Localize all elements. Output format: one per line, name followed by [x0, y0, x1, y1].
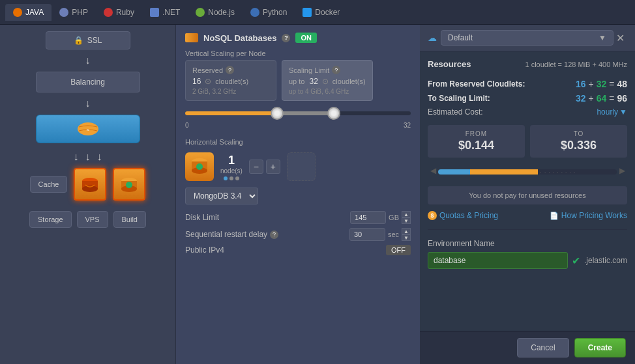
vertical-scaling-section: Vertical Scaling per Node Reserved ? 16 … — [185, 49, 411, 132]
env-name-section: Environment Name ✔ .jelastic.com — [428, 239, 627, 269]
vertical-scaling-label: Vertical Scaling per Node — [185, 49, 411, 57]
to-scaling-label: To Scaling Limit: — [428, 94, 490, 103]
build-label: Build — [122, 216, 138, 223]
php-icon — [59, 8, 68, 17]
storage-button[interactable]: Storage — [29, 211, 72, 228]
tab-java-label: JAVA — [25, 8, 44, 17]
tab-php[interactable]: PHP — [52, 4, 96, 21]
disk-limit-input[interactable] — [350, 211, 386, 224]
quotas-pricing-link[interactable]: $ Quotas & Pricing — [428, 211, 498, 220]
node-icon — [185, 152, 214, 181]
db-icon-2-inner — [117, 173, 141, 196]
public-ipv4-toggle[interactable]: OFF — [386, 245, 411, 255]
tab-docker[interactable]: Docker — [295, 4, 347, 21]
java-icon — [13, 8, 22, 17]
bottom-icons-row: ↓ ↓ ↓ — [74, 151, 102, 163]
public-ipv4-value: OFF — [386, 245, 411, 255]
right-panel-header: ☁ Default ▼ ✕ — [420, 25, 635, 51]
env-name-input[interactable] — [428, 252, 568, 269]
db-icon-2[interactable] — [113, 168, 145, 201]
disk-limit-label: Disk Limit — [185, 213, 345, 222]
vps-button[interactable]: VPS — [77, 211, 108, 228]
check-icon: ✔ — [572, 255, 580, 267]
slider-handle-limit[interactable] — [327, 107, 340, 120]
how-pricing-link[interactable]: 📄 How Pricing Works — [550, 211, 627, 220]
db-icon-1[interactable] — [74, 168, 106, 201]
disk-limit-up[interactable]: ▲ — [402, 211, 411, 217]
hourly-dropdown[interactable]: hourly ▼ — [597, 107, 627, 117]
seq-restart-spinner: ▲ ▼ — [402, 228, 411, 241]
main-service-button[interactable]: ≈ — [36, 115, 140, 143]
disk-limit-down[interactable]: ▼ — [402, 217, 411, 224]
balancing-button[interactable]: Balancing — [36, 72, 140, 92]
scaling-limit-label: Scaling Limit — [289, 66, 329, 74]
node-increase-button[interactable]: + — [266, 160, 280, 174]
disk-limit-row: Disk Limit GB ▲ ▼ — [185, 211, 411, 224]
disk-limit-unit: GB — [389, 214, 399, 221]
reserved-box: Reserved ? 16 ⊙ cloudlet(s) 2 GiB, 3.2 G… — [185, 60, 276, 101]
nosql-toggle[interactable]: ON — [295, 33, 317, 43]
cancel-button[interactable]: Cancel — [517, 338, 569, 357]
node-dots — [220, 176, 243, 180]
node-label: node(s) — [220, 167, 243, 175]
slider-handle-reserved[interactable] — [271, 107, 284, 120]
scaling-slider[interactable]: 0 32 — [185, 101, 411, 132]
build-button[interactable]: Build — [113, 211, 146, 228]
h-scaling-row: 1 node(s) − + — [185, 152, 411, 181]
plus1: + — [588, 79, 593, 89]
cache-button[interactable]: Cache — [30, 176, 68, 193]
estimated-cost-row: Estimated Cost: hourly ▼ — [428, 105, 627, 119]
hourly-chevron: ▼ — [619, 107, 627, 117]
mongodb-row: MongoDB 3.4 — [185, 188, 411, 204]
tab-nodejs[interactable]: Node.js — [188, 4, 243, 21]
python-icon — [250, 8, 259, 17]
equals1: = — [609, 79, 614, 89]
scaling-limit-help[interactable]: ? — [332, 66, 340, 74]
tab-python[interactable]: Python — [243, 4, 295, 21]
public-ipv4-row: Public IPv4 OFF — [185, 245, 411, 255]
env-name-label: Environment Name — [428, 239, 627, 248]
seq-restart-help[interactable]: ? — [270, 231, 278, 239]
tab-python-label: Python — [263, 8, 287, 17]
lock-icon: 🔒 — [74, 36, 83, 45]
from-cloudlets-row: From Reserved Cloudlets: 16 + 32 = 48 — [428, 77, 627, 91]
from-val2: 32 — [597, 79, 607, 89]
public-ipv4-label: Public IPv4 — [185, 245, 381, 255]
usage-bar-yellow — [470, 169, 538, 175]
to-scaling-row: To Scaling Limit: 32 + 64 = 96 — [428, 91, 627, 105]
dots-pattern: · · · · · · · · · — [540, 169, 576, 175]
close-button[interactable]: ✕ — [613, 32, 627, 44]
arrow-down-1: ↓ — [74, 151, 79, 163]
default-dropdown[interactable]: Default ▼ — [441, 30, 613, 46]
storage-label: Storage — [38, 216, 63, 223]
nav-arrow-right[interactable]: ▶ — [617, 164, 627, 177]
how-pricing-label: How Pricing Works — [561, 211, 627, 220]
node-decrease-button[interactable]: − — [249, 160, 263, 174]
quotas-label: Quotas & Pricing — [439, 211, 498, 220]
unused-resources-text: You do not pay for unused resources — [469, 191, 585, 199]
mongodb-dropdown[interactable]: MongoDB 3.4 — [185, 188, 258, 204]
tab-net[interactable]: .NET — [142, 4, 188, 21]
seq-restart-input[interactable] — [349, 228, 385, 241]
tab-ruby-label: Ruby — [116, 8, 134, 17]
cloud-icon: ☁ — [428, 33, 437, 43]
default-label: Default — [448, 33, 473, 42]
from-price-value: $0.144 — [433, 139, 520, 152]
create-button[interactable]: Create — [574, 338, 626, 357]
nosql-icon — [185, 33, 198, 42]
node-dot-2 — [229, 176, 233, 180]
tab-java[interactable]: JAVA — [5, 4, 52, 21]
right-panel: ☁ Default ▼ ✕ Resources 1 cloudlet = 128… — [420, 25, 635, 364]
scaling-limit-unit: cloudlet(s) — [332, 77, 366, 85]
nosql-help-icon[interactable]: ? — [282, 34, 290, 42]
reserved-help[interactable]: ? — [226, 66, 234, 74]
ssl-button[interactable]: 🔒 SSL — [46, 31, 130, 49]
tab-ruby[interactable]: Ruby — [96, 4, 142, 21]
scaling-boxes: Reserved ? 16 ⊙ cloudlet(s) 2 GiB, 3.2 G… — [185, 60, 411, 101]
from-cloudlets-label: From Reserved Cloudlets: — [428, 79, 525, 89]
seq-restart-down[interactable]: ▼ — [402, 234, 411, 241]
nosql-title: NoSQL Databases — [203, 33, 276, 43]
left-panel: 🔒 SSL ↓ Balancing ↓ ≈ ↓ ↓ ↓ — [0, 25, 176, 364]
nav-arrow-left[interactable]: ◀ — [428, 164, 438, 177]
seq-restart-up[interactable]: ▲ — [402, 228, 411, 234]
